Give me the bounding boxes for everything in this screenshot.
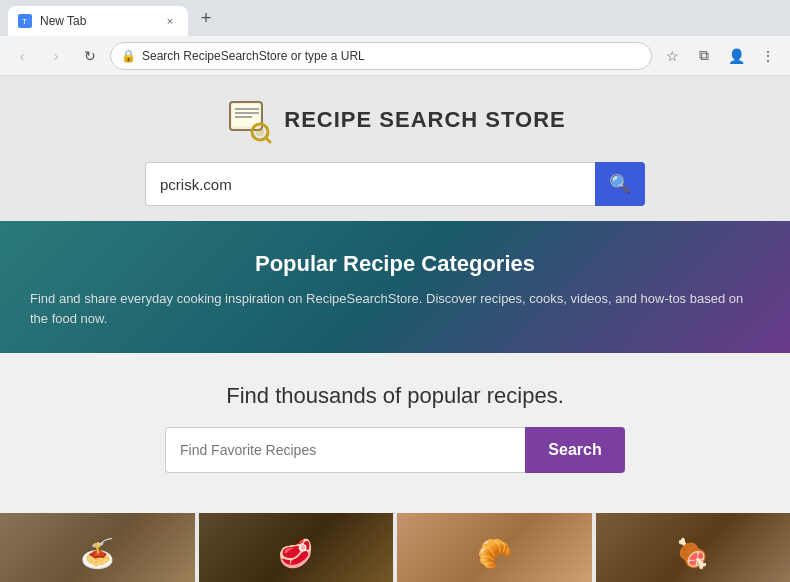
main-search-button[interactable]: 🔍 <box>595 162 645 206</box>
tab-label: New Tab <box>40 14 154 28</box>
svg-text:T: T <box>22 17 27 26</box>
main-search-container: 🔍 <box>145 162 645 206</box>
svg-line-8 <box>266 138 270 142</box>
logo-text: RECIPE SEARCH STORE <box>284 107 565 133</box>
find-search-container: Search <box>165 427 625 473</box>
back-button[interactable]: ‹ <box>8 42 36 70</box>
middle-section: Find thousands of popular recipes. Searc… <box>0 353 790 513</box>
tab-close-button[interactable]: × <box>162 13 178 29</box>
svg-point-9 <box>256 128 264 136</box>
page-inner: pcrisk RECIPE SEARCH S <box>0 76 790 582</box>
extensions-button[interactable]: ⧉ <box>690 42 718 70</box>
new-tab-button[interactable]: + <box>192 4 220 32</box>
recipe-image-2[interactable]: 🥩 <box>199 513 394 582</box>
profile-button[interactable]: 👤 <box>722 42 750 70</box>
lock-icon: 🔒 <box>121 49 136 63</box>
logo-area: RECIPE SEARCH STORE <box>224 96 565 144</box>
page-content: pcrisk RECIPE SEARCH S <box>0 76 790 582</box>
banner-section: Popular Recipe Categories Find and share… <box>0 221 790 353</box>
tab-bar: T New Tab × + <box>0 0 790 36</box>
main-search-input[interactable] <box>145 162 595 206</box>
recipe-images-row: 🍝 🥩 🥐 🍖 <box>0 513 790 582</box>
find-recipes-input[interactable] <box>165 427 525 473</box>
header-section: RECIPE SEARCH STORE 🔍 <box>0 76 790 221</box>
logo-icon <box>224 96 272 144</box>
menu-button[interactable]: ⋮ <box>754 42 782 70</box>
tab-favicon: T <box>18 14 32 28</box>
svg-rect-3 <box>232 104 260 126</box>
bookmark-button[interactable]: ☆ <box>658 42 686 70</box>
refresh-button[interactable]: ↻ <box>76 42 104 70</box>
nav-bar: ‹ › ↻ 🔒 Search RecipeSearchStore or type… <box>0 36 790 76</box>
recipe-image-3[interactable]: 🥐 <box>397 513 592 582</box>
address-bar[interactable]: 🔒 Search RecipeSearchStore or type a URL <box>110 42 652 70</box>
search-icon: 🔍 <box>609 173 631 195</box>
banner-title: Popular Recipe Categories <box>30 251 760 277</box>
nav-actions: ☆ ⧉ 👤 ⋮ <box>658 42 782 70</box>
forward-button[interactable]: › <box>42 42 70 70</box>
active-tab[interactable]: T New Tab × <box>8 6 188 36</box>
recipe-image-4[interactable]: 🍖 <box>596 513 791 582</box>
recipe-image-1[interactable]: 🍝 <box>0 513 195 582</box>
banner-description: Find and share everyday cooking inspirat… <box>30 289 760 328</box>
browser-frame: T New Tab × + ‹ › ↻ 🔒 Search RecipeSearc… <box>0 0 790 582</box>
middle-title: Find thousands of popular recipes. <box>20 383 770 409</box>
find-recipes-button[interactable]: Search <box>525 427 625 473</box>
address-text: Search RecipeSearchStore or type a URL <box>142 49 641 63</box>
